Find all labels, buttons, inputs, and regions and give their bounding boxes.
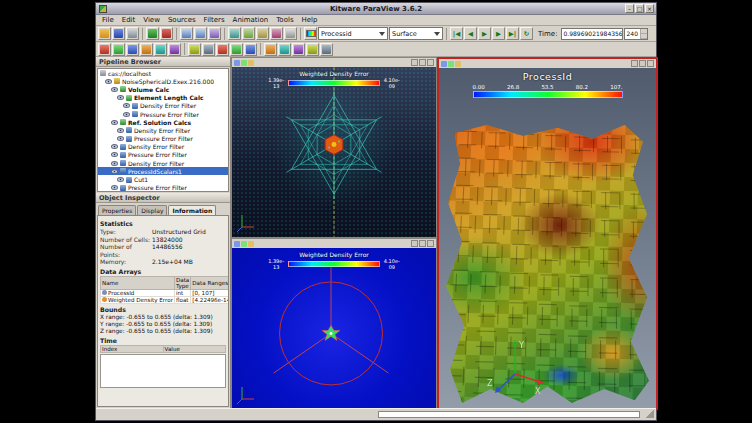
process-id-scalars-button[interactable] bbox=[264, 43, 277, 56]
interact-button[interactable] bbox=[284, 27, 297, 40]
time-values-list[interactable] bbox=[100, 354, 226, 388]
table-row[interactable]: ProcessId int [0, 107] bbox=[101, 289, 230, 296]
next-frame-button[interactable]: ▶ bbox=[492, 27, 505, 40]
clip-filter-button[interactable] bbox=[126, 43, 139, 56]
pipeline-item[interactable]: Volume Calc bbox=[98, 85, 228, 93]
split-horizontal-icon[interactable] bbox=[411, 59, 418, 66]
close-view-icon[interactable] bbox=[647, 60, 654, 67]
redo-button[interactable] bbox=[194, 27, 207, 40]
menu-help[interactable]: Help bbox=[298, 16, 322, 24]
pipeline-item[interactable]: Density Error Filter bbox=[98, 143, 228, 151]
menu-animation[interactable]: Animation bbox=[229, 16, 273, 24]
loop-button[interactable]: ↻ bbox=[520, 27, 533, 40]
threshold-filter-button[interactable] bbox=[154, 43, 167, 56]
eye-icon[interactable] bbox=[117, 128, 124, 133]
undo-button[interactable] bbox=[180, 27, 193, 40]
eye-icon[interactable] bbox=[111, 144, 118, 149]
pipeline-item[interactable]: Density Error Filter bbox=[98, 102, 228, 110]
eye-icon[interactable] bbox=[117, 136, 124, 141]
pipeline-item[interactable]: Density Error Filter bbox=[98, 126, 228, 134]
edit-color-map-button[interactable] bbox=[304, 27, 317, 40]
tab-information[interactable]: Information bbox=[168, 205, 216, 215]
eye-icon[interactable] bbox=[105, 79, 112, 84]
split-vertical-icon[interactable] bbox=[639, 60, 646, 67]
resize-grip-icon[interactable] bbox=[646, 410, 654, 418]
render-viewport[interactable]: Weighted Density Error 1.39e-13 4.10e-09 bbox=[232, 248, 436, 409]
menu-sources[interactable]: Sources bbox=[164, 16, 200, 24]
save-screenshot-button[interactable] bbox=[112, 27, 125, 40]
close-view-icon[interactable] bbox=[427, 59, 434, 66]
pipeline-item-reader[interactable]: NoiseSphericalD.Exex.216.000 bbox=[98, 77, 228, 85]
first-frame-button[interactable]: |◀ bbox=[450, 27, 463, 40]
select-frustum-button[interactable] bbox=[256, 27, 269, 40]
tab-display[interactable]: Display bbox=[137, 205, 167, 215]
select-points-button[interactable] bbox=[242, 27, 255, 40]
plot-over-line-button[interactable] bbox=[278, 43, 291, 56]
pipeline-item-server[interactable]: cas://localhost bbox=[98, 69, 228, 77]
camera-reset-icon[interactable] bbox=[241, 60, 247, 66]
pipeline-item[interactable]: Cut1 bbox=[98, 175, 228, 183]
camera-reset-icon[interactable] bbox=[241, 241, 247, 247]
probe-location-button[interactable] bbox=[292, 43, 305, 56]
integrate-variables-button[interactable] bbox=[320, 43, 333, 56]
eye-icon[interactable] bbox=[111, 185, 118, 190]
menu-filters[interactable]: Filters bbox=[200, 16, 229, 24]
group-datasets-button[interactable] bbox=[230, 43, 243, 56]
time-input[interactable]: 0.98969021984356 bbox=[561, 28, 623, 40]
pipeline-item[interactable]: Element Length Calc bbox=[98, 94, 228, 102]
eye-icon[interactable] bbox=[111, 152, 118, 157]
play-button[interactable]: ▶ bbox=[478, 27, 491, 40]
slice-filter-button[interactable] bbox=[140, 43, 153, 56]
previous-frame-button[interactable]: ◀ bbox=[464, 27, 477, 40]
menu-edit[interactable]: Edit bbox=[118, 16, 140, 24]
render-viewport[interactable]: Weighted Density Error 1.39e-13 4.10e-09 bbox=[232, 67, 436, 237]
spinner-arrows-icon[interactable] bbox=[640, 29, 647, 39]
view-type-icon[interactable] bbox=[234, 241, 240, 247]
select-cells-button[interactable] bbox=[228, 27, 241, 40]
table-row[interactable]: Weighted Density Error float [4.22496e-1… bbox=[101, 296, 230, 303]
eye-icon[interactable] bbox=[117, 95, 124, 100]
close-view-icon[interactable] bbox=[427, 240, 434, 247]
extract-subset-button[interactable] bbox=[168, 43, 181, 56]
coloring-combobox[interactable]: Processid bbox=[318, 27, 388, 40]
disconnect-server-button[interactable] bbox=[160, 27, 173, 40]
tab-properties[interactable]: Properties bbox=[98, 205, 136, 215]
camera-reset-icon[interactable] bbox=[448, 61, 454, 67]
view-type-icon[interactable] bbox=[441, 61, 447, 67]
menu-tools[interactable]: Tools bbox=[272, 16, 297, 24]
warp-filter-button[interactable] bbox=[216, 43, 229, 56]
glyph-filter-button[interactable] bbox=[188, 43, 201, 56]
open-file-button[interactable] bbox=[98, 27, 111, 40]
frame-spinner[interactable]: 240 bbox=[624, 28, 648, 40]
split-horizontal-icon[interactable] bbox=[411, 240, 418, 247]
render-viewport[interactable]: ProcessId 0.00 26.8 53.5 80.2 107. bbox=[439, 68, 656, 408]
stream-tracer-button[interactable] bbox=[202, 43, 215, 56]
contour-filter-button[interactable] bbox=[112, 43, 125, 56]
split-horizontal-icon[interactable] bbox=[631, 60, 638, 67]
help-button[interactable] bbox=[208, 27, 221, 40]
camera-settings-icon[interactable] bbox=[248, 60, 254, 66]
pipeline-item[interactable]: Pressure Error Filter bbox=[98, 135, 228, 143]
eye-icon[interactable] bbox=[111, 87, 118, 92]
representation-combobox[interactable]: Surface bbox=[389, 27, 443, 40]
eye-icon[interactable] bbox=[123, 103, 130, 108]
histogram-button[interactable] bbox=[306, 43, 319, 56]
split-vertical-icon[interactable] bbox=[419, 240, 426, 247]
rubber-band-select-button[interactable] bbox=[270, 27, 283, 40]
pipeline-item[interactable]: Pressure Error Filter bbox=[98, 110, 228, 118]
capture-button[interactable] bbox=[126, 27, 139, 40]
camera-settings-icon[interactable] bbox=[248, 241, 254, 247]
eye-icon[interactable] bbox=[117, 177, 124, 182]
eye-icon[interactable] bbox=[111, 120, 118, 125]
eye-icon[interactable] bbox=[111, 169, 118, 174]
camera-settings-icon[interactable] bbox=[455, 61, 461, 67]
title-bar[interactable]: Kitware ParaView 3.6.2 – □ × bbox=[96, 3, 656, 15]
last-frame-button[interactable]: ▶| bbox=[506, 27, 519, 40]
eye-icon[interactable] bbox=[123, 112, 130, 117]
view-type-icon[interactable] bbox=[234, 60, 240, 66]
connect-server-button[interactable] bbox=[146, 27, 159, 40]
menu-view[interactable]: View bbox=[139, 16, 164, 24]
pipeline-item-selected[interactable]: ProcessIdScalars1 bbox=[98, 167, 228, 175]
pipeline-item[interactable]: Pressure Error Filter bbox=[98, 151, 228, 159]
pipeline-item[interactable]: Density Error Filter bbox=[98, 159, 228, 167]
